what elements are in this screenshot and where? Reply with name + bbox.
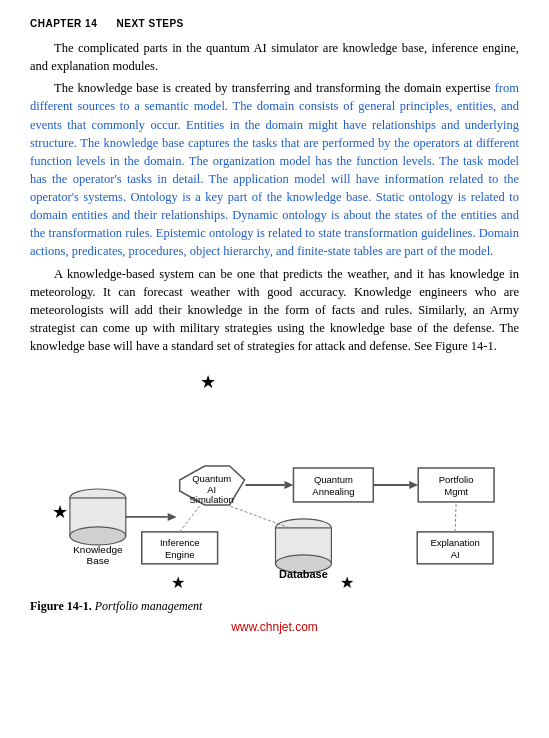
qa-label1: Quantum [314, 474, 353, 485]
kb-label-line1: Knowledge [73, 544, 123, 555]
star-bottom-right: ★ [340, 574, 354, 591]
arrow-qas-qa-head [284, 481, 293, 489]
chapter-label: CHAPTER 14 [30, 18, 97, 29]
figure-area: ★ ★ ★ ★ Knowledge Base Quantum AI Simula… [30, 365, 519, 595]
paragraph-3: A knowledge-based system can be one that… [30, 265, 519, 356]
arrow-kb-qas-head [168, 513, 177, 521]
pm-label1: Portfolio [439, 474, 474, 485]
website-url: www.chnjet.com [30, 620, 519, 634]
qas-label3: Simulation [190, 494, 234, 505]
ie-label1: Inference [160, 537, 199, 548]
paragraph-2: The knowledge base is created by transfe… [30, 79, 519, 260]
line-exp-pm [455, 502, 456, 532]
figure-caption-text: Portfolio management [92, 599, 203, 613]
page: CHAPTER 14 NEXT STEPS The complicated pa… [0, 0, 549, 738]
paragraph-1: The complicated parts in the quantum AI … [30, 39, 519, 75]
star-bottom-left: ★ [171, 574, 185, 591]
qa-label2: Annealing [312, 486, 354, 497]
kb-label-line2: Base [86, 555, 109, 566]
kb-bottom [70, 527, 126, 545]
star-left: ★ [52, 502, 68, 522]
figure-caption-label: Figure 14-1. [30, 599, 92, 613]
ie-label2: Engine [165, 549, 194, 560]
exp-label1: Explanation [430, 537, 480, 548]
figure-caption: Figure 14-1. Portfolio management [30, 599, 519, 614]
db-label: Database [279, 568, 328, 580]
star-top: ★ [200, 372, 216, 392]
body-text: The complicated parts in the quantum AI … [30, 39, 519, 355]
line-ie-qas [180, 506, 200, 532]
exp-label2: AI [451, 549, 460, 560]
qas-label1: Quantum [192, 473, 231, 484]
page-header: CHAPTER 14 NEXT STEPS [30, 18, 519, 29]
diagram-svg: ★ ★ ★ ★ Knowledge Base Quantum AI Simula… [30, 365, 519, 595]
next-steps-label: NEXT STEPS [117, 18, 184, 29]
arrow-qa-pm-head [409, 481, 418, 489]
pm-label2: Mgmt [444, 486, 468, 497]
